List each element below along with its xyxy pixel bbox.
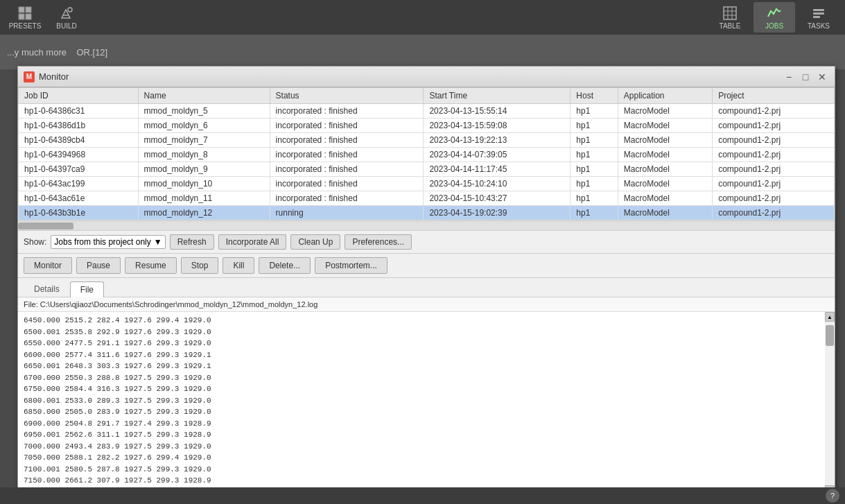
table-row[interactable]: hp1-0-643ac61emmod_moldyn_11incorporated… — [19, 191, 835, 206]
table-cell: hp1-0-64386d1b — [19, 119, 139, 133]
window-title: Monitor — [39, 71, 778, 82]
table-cell: 2023-04-15-10:24:10 — [424, 177, 570, 191]
presets-button[interactable]: PRESETS — [6, 2, 44, 33]
tasks-icon — [811, 6, 826, 21]
log-line: 6950.001 2562.6 311.1 1927.5 299.3 1928.… — [24, 429, 819, 441]
tab-bar: Details File — [18, 278, 835, 297]
pause-button[interactable]: Pause — [76, 257, 121, 274]
table-icon — [722, 6, 738, 21]
table-row[interactable]: hp1-0-64389cb4mmod_moldyn_7incorporated … — [19, 133, 835, 148]
table-row[interactable]: hp1-0-643b3b1emmod_moldyn_12running2023-… — [19, 206, 835, 220]
build-icon — [59, 6, 74, 21]
resume-button[interactable]: Resume — [125, 257, 177, 274]
log-line: 6900.000 2504.8 291.7 1927.4 299.3 1928.… — [24, 418, 819, 430]
table-cell: MacroModel — [618, 191, 712, 206]
table-header-row: Job ID Name Status Start Time Host Appli… — [19, 88, 835, 104]
table-cell: incorporated : finished — [270, 119, 424, 133]
log-line: 7050.000 2588.1 282.2 1927.6 299.4 1929.… — [24, 452, 819, 464]
col-header-project: Project — [713, 88, 835, 104]
table-cell: hp1-0-643b3b1e — [19, 206, 139, 220]
col-header-job-id: Job ID — [19, 88, 139, 104]
table-cell: hp1-0-64386c31 — [19, 104, 139, 119]
close-button[interactable]: ✕ — [815, 70, 829, 84]
help-button[interactable]: ? — [826, 489, 839, 503]
table-row[interactable]: hp1-0-64386c31mmod_moldyn_5incorporated … — [19, 104, 835, 119]
presets-label: PRESETS — [9, 22, 42, 30]
dropdown-arrow-icon: ▼ — [154, 237, 162, 247]
tab-file[interactable]: File — [70, 281, 104, 297]
minimize-button[interactable]: − — [782, 70, 796, 84]
background-area: ...y much more OR.[12] — [0, 35, 845, 69]
table-scrollbar[interactable] — [18, 221, 835, 231]
stop-button[interactable]: Stop — [181, 257, 219, 274]
table-row[interactable]: hp1-0-64394968mmod_moldyn_8incorporated … — [19, 148, 835, 162]
col-header-name: Name — [138, 88, 270, 104]
log-line: 7100.001 2580.5 287.8 1927.5 299.3 1929.… — [24, 464, 819, 476]
table-cell: incorporated : finished — [270, 104, 424, 119]
table-cell: hp1 — [570, 133, 618, 148]
svg-rect-14 — [813, 16, 820, 18]
log-line: 6750.000 2584.4 316.3 1927.5 299.3 1929.… — [24, 383, 819, 395]
refresh-button[interactable]: Refresh — [170, 234, 214, 250]
jobs-button[interactable]: JOBS — [753, 2, 795, 33]
table-cell: hp1 — [570, 104, 618, 119]
delete-button[interactable]: Delete... — [259, 257, 311, 274]
build-label: BUILD — [56, 22, 76, 30]
table-row[interactable]: hp1-0-64386d1bmmod_moldyn_6incorporated … — [19, 119, 835, 133]
table-row[interactable]: hp1-0-64397ca9mmod_moldyn_9incorporated … — [19, 162, 835, 177]
incorporate-button[interactable]: Incorporate All — [218, 234, 287, 250]
tasks-button[interactable]: TASKS — [798, 2, 839, 33]
preferences-button[interactable]: Preferences... — [345, 234, 412, 250]
log-scroll-up[interactable]: ▲ — [825, 312, 835, 322]
table-cell: mmod_moldyn_8 — [138, 148, 270, 162]
table-cell: compound1-2.prj — [713, 119, 835, 133]
monitor-button[interactable]: Monitor — [24, 257, 72, 274]
maximize-button[interactable]: □ — [799, 70, 812, 84]
table-cell: incorporated : finished — [270, 148, 424, 162]
table-cell: MacroModel — [618, 206, 712, 220]
table-cell: compound1-2.prj — [713, 162, 835, 177]
jobs-label: JOBS — [765, 22, 783, 30]
toolbar-right: TABLE JOBS TASKS — [709, 2, 839, 33]
svg-rect-1 — [26, 7, 31, 12]
kill-button[interactable]: Kill — [223, 257, 254, 274]
table-cell: compound1-2.prj — [713, 148, 835, 162]
table-cell: MacroModel — [618, 177, 712, 191]
show-dropdown[interactable]: Jobs from this project only ▼ — [51, 235, 165, 249]
table-cell: mmod_moldyn_5 — [138, 104, 270, 119]
col-header-application: Application — [618, 88, 712, 104]
table-label: TABLE — [720, 22, 741, 30]
jobs-icon — [767, 6, 782, 21]
table-button[interactable]: TABLE — [709, 2, 751, 33]
table-cell: mmod_moldyn_11 — [138, 191, 270, 206]
svg-rect-2 — [19, 14, 24, 19]
left-panel — [0, 69, 17, 277]
svg-point-5 — [68, 8, 72, 12]
table-row[interactable]: hp1-0-643ac199mmod_moldyn_10incorporated… — [19, 177, 835, 191]
log-line: 6550.000 2477.5 291.1 1927.6 299.3 1929.… — [24, 338, 819, 349]
log-text-area[interactable]: 6450.000 2515.2 282.4 1927.6 299.4 1929.… — [18, 312, 825, 495]
table-cell: 2023-04-13-15:59:08 — [424, 119, 570, 133]
table-cell: compound1-2.prj — [713, 191, 835, 206]
table-cell: hp1 — [570, 162, 618, 177]
table-cell: compound1-2.prj — [713, 133, 835, 148]
table-cell: MacroModel — [618, 133, 712, 148]
table-cell: mmod_moldyn_12 — [138, 206, 270, 220]
log-scroll-track — [825, 322, 835, 485]
job-table-container: Job ID Name Status Start Time Host Appli… — [18, 87, 835, 221]
log-line: 6650.001 2648.3 303.3 1927.6 299.3 1929.… — [24, 360, 819, 372]
log-line: 6700.000 2550.3 288.8 1927.5 299.3 1929.… — [24, 372, 819, 384]
build-button[interactable]: BUILD — [47, 2, 86, 33]
col-header-status: Status — [270, 88, 424, 104]
table-cell: compound1-2.prj — [713, 206, 835, 220]
postmortem-button[interactable]: Postmortem... — [315, 257, 387, 274]
tab-details[interactable]: Details — [24, 281, 70, 297]
top-toolbar: PRESETS BUILD TABLE — [0, 0, 845, 35]
log-line: 6450.000 2515.2 282.4 1927.6 299.4 1929.… — [24, 315, 819, 327]
log-scrollbar: ▲ ▼ — [825, 312, 835, 495]
file-path: File: C:\Users\qjiaoz\Documents\Schrodin… — [18, 297, 835, 312]
cleanup-button[interactable]: Clean Up — [290, 234, 340, 250]
table-cell: hp1-0-643ac199 — [19, 177, 139, 191]
log-line: 6800.001 2533.0 289.3 1927.5 299.3 1929.… — [24, 395, 819, 407]
table-cell: hp1 — [570, 206, 618, 220]
